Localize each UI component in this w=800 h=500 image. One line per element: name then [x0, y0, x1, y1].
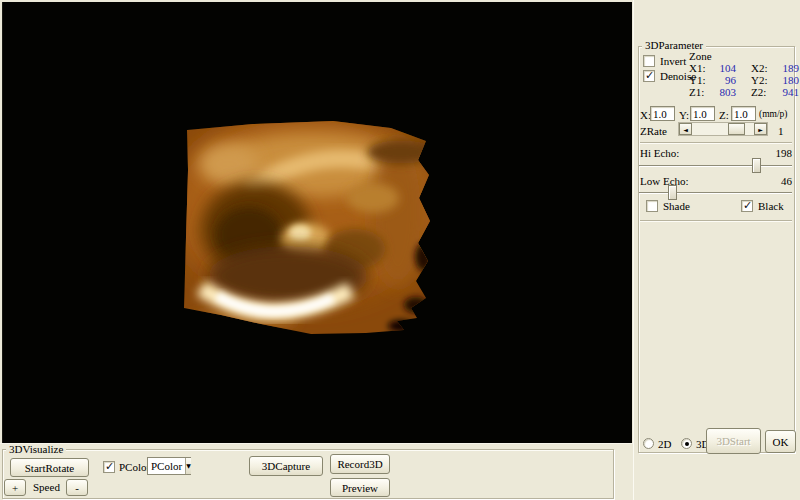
speed-plus-button[interactable]: +	[4, 479, 26, 496]
pcolor-dropdown[interactable]: PColor ▼	[147, 457, 191, 475]
zone-z1-label: Z1:	[689, 87, 704, 98]
parameter-panel: 3DParameter Invert Denoise Zone X1: 104 …	[633, 0, 800, 500]
record-3d-button[interactable]: Record3D	[330, 454, 390, 474]
hi-echo-thumb[interactable]	[752, 158, 761, 173]
zrate-scroll-track[interactable]	[692, 123, 754, 135]
zone-y1-value: 96	[710, 75, 736, 86]
shade-checkbox[interactable]	[646, 200, 658, 212]
group-3dvisualize-title: 3DVisualize	[6, 444, 66, 455]
invert-checkbox[interactable]	[643, 55, 655, 67]
ok-button[interactable]: OK	[765, 430, 796, 453]
zrate-scroll-left-icon[interactable]: ◄	[679, 123, 692, 135]
pcolor-dropdown-value: PColor	[148, 458, 185, 474]
mode-2d-radio[interactable]	[643, 438, 654, 449]
hi-echo-slider[interactable]	[639, 158, 792, 174]
mode-2d-label: 2D	[658, 439, 671, 450]
pcolor-checkbox[interactable]	[103, 461, 115, 473]
low-echo-thumb[interactable]	[668, 185, 677, 200]
zone-y2-value: 180	[772, 75, 799, 86]
visualize-panel: 3DVisualize StartRotate + Speed - PColor…	[0, 443, 633, 500]
black-label: Black	[758, 201, 784, 212]
mode-3d-radio[interactable]	[681, 438, 692, 449]
speed-minus-button[interactable]: -	[66, 479, 88, 496]
zone-x2-value: 189	[772, 63, 799, 74]
y-scale-label: Y:	[679, 110, 689, 121]
zrate-scroll-thumb[interactable]	[728, 123, 745, 135]
invert-label: Invert	[660, 56, 686, 67]
start-rotate-button[interactable]: StartRotate	[10, 458, 89, 477]
zone-z2-value: 941	[772, 87, 799, 98]
zone-x1-label: X1:	[689, 63, 706, 74]
zone-z2-label: Z2:	[751, 87, 766, 98]
zone-x1-value: 104	[710, 63, 736, 74]
low-echo-slider[interactable]	[639, 185, 792, 201]
z-scale-label: Z:	[719, 110, 729, 121]
pcolor-dropdown-arrow-icon[interactable]: ▼	[185, 458, 191, 474]
zone-y2-label: Y2:	[751, 75, 768, 86]
ultrasound-volume-image	[3, 2, 633, 443]
pcolor-label: PColor	[119, 462, 150, 473]
x-scale-input[interactable]	[650, 106, 675, 121]
group-3dparameter-title: 3DParameter	[642, 40, 706, 51]
denoise-checkbox[interactable]	[643, 70, 655, 82]
zrate-label: ZRate	[640, 126, 667, 137]
capture-3d-button[interactable]: 3DCapture	[249, 456, 323, 476]
speed-label: Speed	[33, 482, 60, 493]
app-window: { "icons": { "scroll_left": "◄", "scroll…	[0, 0, 800, 500]
preview-button[interactable]: Preview	[330, 478, 390, 497]
z-scale-input[interactable]	[731, 106, 756, 121]
zrate-scrollbar[interactable]: ◄ ►	[678, 122, 768, 136]
hi-echo-track	[639, 165, 792, 167]
separator-bottom	[640, 220, 792, 222]
shade-label: Shade	[663, 201, 690, 212]
zrate-value: 1	[778, 126, 784, 137]
y-scale-input[interactable]	[690, 106, 715, 121]
zone-x2-label: X2:	[751, 63, 768, 74]
black-checkbox[interactable]	[741, 200, 753, 212]
zone-z1-value: 803	[710, 87, 736, 98]
zone-y1-label: Y1:	[689, 75, 706, 86]
start-3d-button[interactable]: 3DStart	[706, 428, 761, 454]
separator-top	[640, 142, 792, 144]
zrate-scroll-right-icon[interactable]: ►	[754, 123, 767, 135]
low-echo-track	[639, 192, 792, 194]
scale-unit-label: (mm/p)	[759, 109, 788, 120]
zone-title: Zone	[689, 51, 712, 62]
render-viewport[interactable]	[2, 2, 632, 443]
